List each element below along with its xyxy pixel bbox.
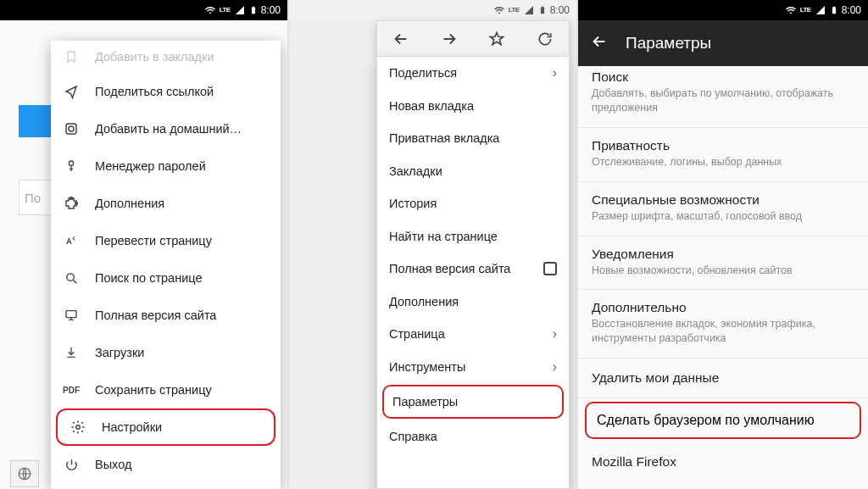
menu-item-exit[interactable]: Выход [51,446,281,483]
status-bar: LTE 8:00 [578,0,868,20]
gear-icon [70,420,86,435]
menu-item-translate[interactable]: Перевести страницу [51,222,281,259]
menu-label: Параметры [392,395,458,408]
menu-label: Справка [389,430,437,443]
key-icon [63,158,80,174]
share-icon [63,84,80,99]
nav-toolbar [376,20,570,56]
forward-icon[interactable] [437,27,461,51]
download-icon [63,345,80,360]
main-menu: Поделиться› Новая вкладка Приватная вкла… [376,56,570,489]
menu-label: Настройки [102,420,162,434]
menu-item-addons[interactable]: Дополнения [377,286,569,319]
menu-item-private-tab[interactable]: Приватная вкладка [377,122,569,155]
desktop-icon [63,308,80,322]
settings-list[interactable]: Поиск Добавлять, выбирать по умолчанию, … [578,66,868,489]
star-icon[interactable] [485,27,509,51]
reload-icon[interactable] [533,27,557,51]
lte-label: LTE [509,7,520,14]
setting-advanced[interactable]: Дополнительно Восстановление вкладок, эк… [578,290,868,358]
battery-icon [249,4,258,16]
settings-header: Параметры [578,20,868,66]
highlight-box: Сделать браузером по умолчанию [585,402,861,439]
menu-label: Перевести страницу [95,234,212,247]
highlight-box: Параметры [382,385,564,419]
back-icon[interactable] [389,27,413,51]
panel-settings-screen: LTE 8:00 Параметры Поиск Добавлять, выби… [578,0,868,489]
menu-item-passwords[interactable]: Менеджер паролей [51,147,281,185]
action-label: Сделать браузером по умолчанию [597,413,815,427]
lte-label: LTE [800,7,811,14]
menu-item-history[interactable]: История [377,187,569,220]
menu-label: Сохранить страницу [95,383,212,397]
menu-label: Загрузки [95,346,144,359]
signal-icon [815,5,826,15]
panel1-body: По Добавить в закладки Поделиться ссылко… [0,20,287,489]
menu-item-desktop-site[interactable]: Полная версия сайта [377,253,569,286]
panel-yandex-menu: LTE 8:00 По Добавить в закладки Поделить… [0,0,289,489]
menu-label: Поделиться ссылкой [95,85,214,98]
panel-firefox-menu: LTE 8:00 Поделиться› Новая вкладка Прива… [289,0,578,489]
highlight-box: Настройки [56,408,275,446]
menu-label: Страница [389,327,445,341]
active-tab-thumbnail [19,105,51,137]
menu-item-find[interactable]: Поиск по странице [51,259,281,297]
back-icon[interactable] [590,32,609,55]
battery-icon [538,4,547,16]
menu-item-help[interactable]: Справка [377,420,569,453]
menu-label: Закладки [389,164,442,178]
svg-rect-7 [66,311,76,318]
menu-item-find[interactable]: Найти на странице [377,220,569,253]
wifi-icon [785,5,797,15]
menu-item-settings[interactable]: Параметры [384,386,562,417]
menu-label: Поделиться [389,66,457,80]
lte-label: LTE [220,7,231,14]
menu-label: Новая вкладка [389,99,474,113]
svg-point-2 [69,126,74,131]
svg-point-6 [66,273,74,281]
clock: 8:00 [261,4,281,16]
translate-icon [63,234,80,247]
checkbox-icon[interactable] [543,262,557,275]
setting-accessibility[interactable]: Специальные возможности Размер шрифта, м… [578,182,868,236]
setting-title: Уведомления [592,247,854,262]
menu-label: Полная версия сайта [95,308,216,322]
overflow-menu: Добавить в закладки Поделиться ссылкой Д… [51,41,281,489]
menu-item-desktop[interactable]: Полная версия сайта [51,297,281,334]
menu-item-bookmarks[interactable]: Закладки [377,155,569,188]
action-about[interactable]: Mozilla Firefox [578,442,868,481]
signal-icon [234,5,246,15]
status-bar: LTE 8:00 [289,0,576,20]
find-icon [63,271,80,286]
setting-privacy[interactable]: Приватность Отслеживание, логины, выбор … [578,128,868,182]
menu-item-share[interactable]: Поделиться› [377,57,569,90]
setting-title: Приватность [592,138,854,153]
setting-search[interactable]: Поиск Добавлять, выбирать по умолчанию, … [578,66,868,128]
bookmark-icon [63,50,80,64]
chevron-right-icon: › [553,359,557,375]
menu-item-save-pdf[interactable]: PDF Сохранить страницу [51,371,281,408]
menu-item-share[interactable]: Поделиться ссылкой [51,73,281,110]
setting-title: Поиск [592,69,854,85]
menu-item-addons[interactable]: Дополнения [51,185,281,222]
clock: 8:00 [550,4,570,16]
search-stub: По [19,180,53,215]
menu-item-settings[interactable]: Настройки [58,410,274,444]
menu-item-downloads[interactable]: Загрузки [51,334,281,371]
menu-label: Поиск по странице [95,271,203,285]
menu-item-add-home[interactable]: Добавить на домашний… [51,110,281,147]
menu-item-bookmark[interactable]: Добавить в закладки [51,41,281,73]
page-title: Параметры [626,34,711,53]
status-bar: LTE 8:00 [0,0,287,20]
menu-label: Добавить в закладки [95,50,214,64]
setting-subtitle: Новые возможности, обновления сайтов [592,264,854,278]
action-set-default[interactable]: Сделать браузером по умолчанию [597,413,849,428]
wifi-icon [204,5,216,15]
menu-label: Дополнения [95,197,164,210]
menu-item-new-tab[interactable]: Новая вкладка [377,90,569,123]
menu-item-tools[interactable]: Инструменты› [377,351,569,384]
setting-title: Специальные возможности [592,192,854,208]
action-clear-data[interactable]: Удалить мои данные [578,358,868,398]
menu-item-page[interactable]: Страница› [377,318,569,351]
setting-notifications[interactable]: Уведомления Новые возможности, обновлени… [578,236,868,291]
